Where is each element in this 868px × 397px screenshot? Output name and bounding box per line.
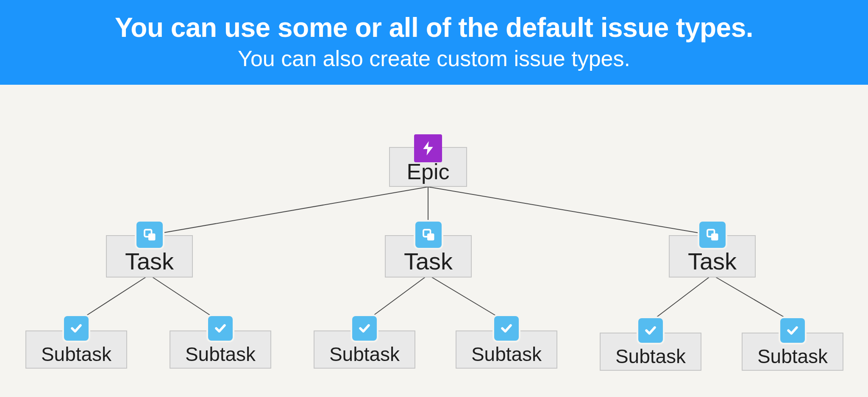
subtask-label: Subtask xyxy=(185,343,256,365)
hierarchy-diagram: Epic Task Task Task Subtask Subtask xyxy=(0,83,868,397)
svg-line-2 xyxy=(428,187,712,235)
svg-rect-12 xyxy=(427,233,434,241)
banner: You can use some or all of the default i… xyxy=(0,0,868,85)
subtask-label: Subtask xyxy=(41,343,111,365)
subtask-label: Subtask xyxy=(329,343,400,365)
svg-line-4 xyxy=(149,275,220,322)
svg-line-7 xyxy=(650,275,712,322)
bolt-icon xyxy=(414,134,442,162)
subtask-label: Subtask xyxy=(615,345,686,367)
svg-line-8 xyxy=(712,275,793,322)
svg-rect-14 xyxy=(711,233,718,241)
svg-rect-10 xyxy=(148,233,156,241)
task-label: Task xyxy=(688,248,737,275)
subtask-label: Subtask xyxy=(757,345,828,367)
task-label: Task xyxy=(125,248,174,275)
subtask-node: Subtask xyxy=(170,330,271,369)
task-label: Task xyxy=(404,248,453,275)
subtask-node: Subtask xyxy=(600,333,701,371)
svg-line-6 xyxy=(428,275,506,322)
svg-line-3 xyxy=(76,275,149,322)
task-node: Task xyxy=(385,235,472,278)
subtask-node: Subtask xyxy=(742,333,843,371)
copy-icon xyxy=(699,222,726,248)
subtask-label: Subtask xyxy=(471,343,542,365)
copy-icon xyxy=(415,222,442,248)
copy-icon xyxy=(136,222,163,248)
check-icon xyxy=(64,316,89,341)
subtask-node: Subtask xyxy=(25,330,127,369)
check-icon xyxy=(208,316,233,341)
epic-label: Epic xyxy=(406,159,449,184)
check-icon xyxy=(780,318,805,343)
subtask-node: Subtask xyxy=(456,330,557,369)
banner-title: You can use some or all of the default i… xyxy=(8,12,860,43)
subtask-node: Subtask xyxy=(314,330,415,369)
epic-node: Epic xyxy=(389,147,467,187)
check-icon xyxy=(638,318,663,343)
task-node: Task xyxy=(106,235,193,278)
task-node: Task xyxy=(669,235,756,278)
check-icon xyxy=(494,316,519,341)
banner-subtitle: You can also create custom issue types. xyxy=(8,46,860,71)
svg-line-5 xyxy=(364,275,428,322)
svg-line-0 xyxy=(149,187,428,235)
check-icon xyxy=(352,316,377,341)
